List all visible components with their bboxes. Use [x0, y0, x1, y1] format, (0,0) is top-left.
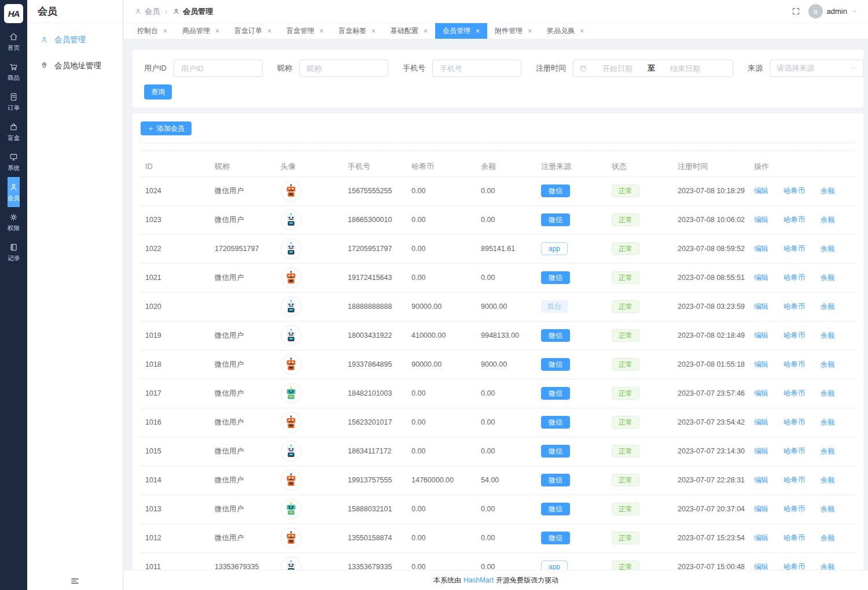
balance-link[interactable]: 余额 — [821, 533, 835, 543]
app-logo[interactable]: HA — [4, 4, 23, 23]
edit-link[interactable]: 编辑 — [754, 475, 768, 485]
location-icon — [40, 61, 49, 70]
close-icon[interactable]: × — [580, 28, 584, 35]
source-select[interactable]: 请选择来源 — [770, 60, 864, 77]
tab-附件管理[interactable]: 附件管理× — [487, 23, 539, 39]
balance-link[interactable]: 余额 — [821, 504, 835, 514]
balance-link[interactable]: 余额 — [821, 447, 835, 456]
edit-link[interactable]: 编辑 — [754, 447, 768, 456]
hashcoin-link[interactable]: 哈希币 — [784, 215, 806, 225]
tab-盲盒管理[interactable]: 盲盒管理× — [279, 23, 331, 39]
edit-link[interactable]: 编辑 — [754, 302, 768, 312]
date-start-input[interactable] — [590, 64, 645, 73]
hashcoin-link[interactable]: 哈希币 — [784, 418, 806, 427]
tab-盲盒订单[interactable]: 盲盒订单× — [227, 23, 279, 39]
close-icon[interactable]: × — [372, 28, 376, 35]
source-badge: 微信 — [541, 474, 570, 486]
balance-link[interactable]: 余额 — [821, 562, 835, 570]
rail-item-member[interactable]: 会员 — [8, 177, 20, 207]
table-row: 1023微信用户186653000100.000.00微信正常2023-07-0… — [139, 205, 856, 234]
hashcoin-link[interactable]: 哈希币 — [784, 331, 806, 341]
edit-link[interactable]: 编辑 — [754, 273, 768, 283]
close-icon[interactable]: × — [215, 28, 219, 35]
phone-input[interactable] — [432, 60, 521, 77]
tab-控制台[interactable]: 控制台× — [130, 23, 175, 39]
hashcoin-link[interactable]: 哈希币 — [784, 244, 806, 254]
rail-item-permission[interactable]: 权限 — [8, 207, 20, 237]
hashcoin-link[interactable]: 哈希币 — [784, 389, 806, 399]
table-card: 添加会员 ID昵称头像手机号哈希币余额注册来源状态注册时间操作 1024微信用户… — [133, 113, 863, 570]
edit-link[interactable]: 编辑 — [754, 389, 768, 399]
date-range-picker[interactable]: 至 — [573, 60, 733, 77]
edit-link[interactable]: 编辑 — [754, 533, 768, 543]
balance-link[interactable]: 余额 — [821, 475, 835, 485]
balance-link[interactable]: 余额 — [821, 302, 835, 312]
balance-link[interactable]: 余额 — [821, 389, 835, 399]
balance-link[interactable]: 余额 — [821, 186, 835, 196]
edit-link[interactable]: 编辑 — [754, 418, 768, 427]
rail-item-cart[interactable]: 商品 — [8, 57, 20, 87]
sidebar-item-member[interactable]: 会员管理 — [27, 27, 123, 53]
cell-hash-coin: 0.00 — [406, 176, 475, 205]
balance-link[interactable]: 余额 — [821, 418, 835, 427]
tab-奖品兑换[interactable]: 奖品兑换× — [539, 23, 591, 39]
edit-link[interactable]: 编辑 — [754, 244, 768, 254]
query-button[interactable]: 查询 — [144, 84, 172, 99]
table-row: 1018微信用户1933786489590000.009000.00微信正常20… — [139, 350, 856, 379]
filter-row: 用户ID 昵称 手机号 注册时间 — [144, 60, 852, 77]
breadcrumb-item[interactable]: 会员 — [134, 6, 160, 17]
balance-link[interactable]: 余额 — [821, 331, 835, 341]
edit-link[interactable]: 编辑 — [754, 331, 768, 341]
close-icon[interactable]: × — [267, 28, 271, 35]
tab-会员管理[interactable]: 会员管理× — [435, 23, 487, 39]
hashcoin-link[interactable]: 哈希币 — [784, 504, 806, 514]
edit-link[interactable]: 编辑 — [754, 186, 768, 196]
hashcoin-link[interactable]: 哈希币 — [784, 475, 806, 485]
table-row: 101113353679335133536793350.000.00app正常2… — [139, 552, 856, 570]
tab-商品管理[interactable]: 商品管理× — [175, 23, 227, 39]
rail-item-record[interactable]: 记录 — [8, 237, 20, 267]
edit-link[interactable]: 编辑 — [754, 215, 768, 225]
close-icon[interactable]: × — [424, 28, 428, 35]
breadcrumb-label: 会员 — [145, 6, 160, 17]
hashcoin-link[interactable]: 哈希币 — [784, 360, 806, 370]
balance-link[interactable]: 余额 — [821, 244, 835, 254]
tab-盲盒标签[interactable]: 盲盒标签× — [331, 23, 383, 39]
balance-link[interactable]: 余额 — [821, 215, 835, 225]
chevron-down-icon — [851, 8, 858, 14]
balance-link[interactable]: 余额 — [821, 360, 835, 370]
close-icon[interactable]: × — [476, 28, 480, 35]
rail-item-box[interactable]: 盲盒 — [8, 117, 20, 147]
rail-item-order[interactable]: 订单 — [8, 87, 20, 117]
close-icon[interactable]: × — [528, 28, 532, 35]
add-member-button[interactable]: 添加会员 — [141, 121, 192, 135]
balance-link[interactable]: 余额 — [821, 273, 835, 283]
tab-基础配置[interactable]: 基础配置× — [383, 23, 435, 39]
rail-item-home[interactable]: 首页 — [8, 27, 20, 57]
user-menu[interactable]: a admin — [808, 4, 858, 19]
close-icon[interactable]: × — [319, 28, 323, 35]
close-icon[interactable]: × — [163, 28, 167, 35]
hashcoin-link[interactable]: 哈希币 — [784, 302, 806, 312]
fullscreen-button[interactable] — [792, 7, 800, 16]
source-badge: 微信 — [541, 185, 570, 197]
cell-id: 1012 — [139, 523, 209, 552]
footer-brand-link[interactable]: HashMart — [464, 576, 494, 584]
sidebar-item-location[interactable]: 会员地址管理 — [27, 53, 123, 79]
sidebar-collapse-button[interactable] — [27, 576, 123, 586]
hashcoin-link[interactable]: 哈希币 — [784, 562, 806, 570]
date-separator: 至 — [648, 63, 655, 73]
edit-link[interactable]: 编辑 — [754, 504, 768, 514]
rail-item-system[interactable]: 系统 — [8, 147, 20, 177]
hashcoin-link[interactable]: 哈希币 — [784, 186, 806, 196]
nickname-input[interactable] — [299, 60, 388, 77]
hashcoin-link[interactable]: 哈希币 — [784, 273, 806, 283]
cell-phone: 18003431922 — [342, 321, 406, 350]
hashcoin-link[interactable]: 哈希币 — [784, 533, 806, 543]
user-id-input[interactable] — [174, 60, 263, 77]
edit-link[interactable]: 编辑 — [754, 360, 768, 370]
hashcoin-link[interactable]: 哈希币 — [784, 447, 806, 456]
filter-card: 用户ID 昵称 手机号 注册时间 — [133, 50, 863, 108]
edit-link[interactable]: 编辑 — [754, 562, 768, 570]
date-end-input[interactable] — [657, 64, 713, 73]
